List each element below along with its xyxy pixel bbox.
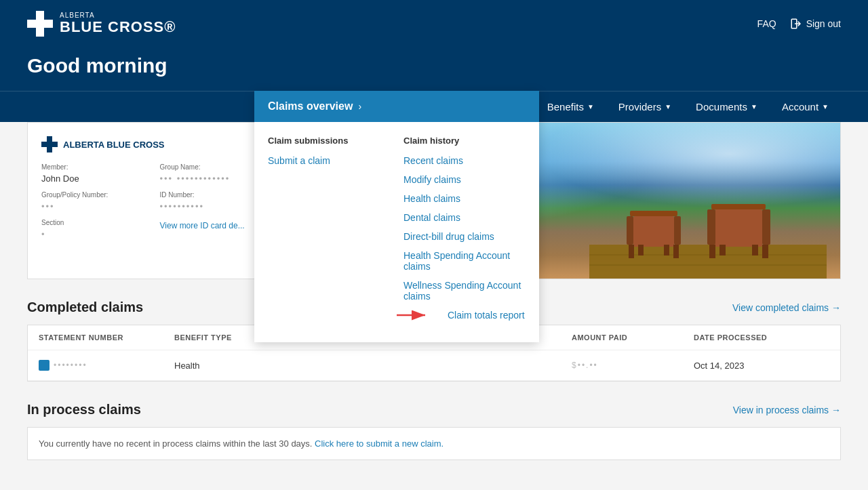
svg-rect-6 xyxy=(41,142,58,147)
svg-rect-1 xyxy=(27,20,53,28)
view-completed-claims-link[interactable]: View completed claims → xyxy=(732,302,841,313)
nav-item-providers[interactable]: Providers ▼ xyxy=(606,91,684,122)
nav-item-documents[interactable]: Documents ▼ xyxy=(684,91,770,122)
signout-button[interactable]: Sign out xyxy=(790,18,841,30)
svg-rect-23 xyxy=(762,245,768,258)
id-card-logo-text: ALBERTA BLUE CROSS xyxy=(63,140,165,150)
faq-link[interactable]: FAQ xyxy=(757,18,776,29)
recent-claims-link[interactable]: Recent claims xyxy=(403,155,526,166)
svg-rect-11 xyxy=(633,216,674,247)
nav-providers-chevron-icon: ▼ xyxy=(665,103,671,110)
logo-blue-cross: BLUE CROSS® xyxy=(60,19,176,35)
view-more-id-card-link[interactable]: View more ID card de... xyxy=(160,221,245,230)
claim-totals-report-link[interactable]: Claim totals report xyxy=(448,310,525,321)
dental-claims-link[interactable]: Dental claims xyxy=(403,212,526,223)
svg-rect-19 xyxy=(715,209,762,247)
in-process-claims-header: In process claims View in process claims… xyxy=(27,402,841,417)
svg-rect-14 xyxy=(629,245,634,258)
greeting-bar: Good morning xyxy=(0,47,868,91)
svg-rect-25 xyxy=(752,245,758,256)
no-in-process-claims-message: You currently have no recent in process … xyxy=(27,427,841,460)
health-claims-link[interactable]: Health claims xyxy=(403,193,526,204)
section-value: • xyxy=(41,229,46,239)
svg-rect-12 xyxy=(627,216,633,245)
claim-totals-arrow-row: Claim totals report xyxy=(403,310,526,321)
greeting-text: Good morning xyxy=(27,54,841,77)
statement-number-cell: •••••••• xyxy=(39,360,174,371)
dropdown-submissions-col: Claim submissions Submit a claim xyxy=(268,136,390,329)
group-name-value: ••• •••••••••••• xyxy=(160,173,231,184)
svg-rect-10 xyxy=(630,211,677,216)
logo-text: ALBERTA BLUE CROSS® xyxy=(60,12,176,35)
hsa-claims-link[interactable]: Health Spending Account claims xyxy=(403,250,526,272)
svg-rect-16 xyxy=(638,245,644,256)
statement-number-value: •••••••• xyxy=(54,361,87,370)
svg-rect-24 xyxy=(719,245,726,256)
logo-area: ALBERTA BLUE CROSS® xyxy=(27,11,176,37)
wsa-claims-link[interactable]: Wellness Spending Account claims xyxy=(403,280,526,302)
direct-bill-drug-claims-link[interactable]: Direct-bill drug claims xyxy=(403,231,526,242)
nav-benefits-label: Benefits xyxy=(547,101,584,113)
svg-rect-21 xyxy=(762,209,770,245)
svg-rect-22 xyxy=(709,245,715,258)
member-label: Member: xyxy=(41,163,153,171)
blue-cross-logo-icon xyxy=(27,11,53,37)
no-claims-text: You currently have no recent in process … xyxy=(39,438,312,449)
benefit-type-cell: Health xyxy=(174,361,310,371)
member-field: Member: John Doe xyxy=(41,163,153,184)
dropdown-body: Claim submissions Submit a claim Claim h… xyxy=(254,122,539,342)
nav-item-account[interactable]: Account ▼ xyxy=(770,91,841,122)
group-policy-field: Group/Policy Number: ••• xyxy=(41,191,153,212)
group-policy-value: ••• xyxy=(41,201,55,211)
nav-documents-label: Documents xyxy=(696,101,747,113)
section-field: Section • xyxy=(41,219,153,240)
id-card-logo-icon xyxy=(41,136,58,152)
nav-account-label: Account xyxy=(782,101,818,113)
claims-dropdown: Claims overview › Claim submissions Subm… xyxy=(254,91,539,342)
svg-rect-13 xyxy=(674,216,681,245)
view-in-process-link[interactable]: View in process claims → xyxy=(733,405,841,415)
svg-rect-17 xyxy=(664,245,669,256)
signout-icon xyxy=(790,18,802,30)
in-process-claims-section: In process claims View in process claims… xyxy=(27,402,841,460)
header: ALBERTA BLUE CROSS® FAQ Sign out xyxy=(0,0,868,47)
col-statement-number: STATEMENT NUMBER xyxy=(39,333,174,342)
chairs-decoration xyxy=(589,143,827,279)
dropdown-header[interactable]: Claims overview › xyxy=(254,91,539,122)
nav-item-benefits[interactable]: Benefits ▼ xyxy=(535,91,606,122)
id-card-fields: Member: John Doe Group Name: ••• •••••••… xyxy=(41,163,271,240)
nav-providers-label: Providers xyxy=(618,101,661,113)
table-row: •••••••• Health $••.•• Oct 14, 2023 xyxy=(28,350,840,381)
red-arrow-icon xyxy=(397,308,431,322)
submit-a-claim-link[interactable]: Submit a claim xyxy=(268,155,390,166)
amount-paid-cell: $••.•• xyxy=(572,361,694,370)
modify-claims-link[interactable]: Modify claims xyxy=(403,174,526,185)
dropdown-chevron-right-icon: › xyxy=(358,101,361,112)
id-number-value: •••••••••• xyxy=(160,201,205,211)
section-label: Section xyxy=(41,219,153,226)
svg-rect-20 xyxy=(707,209,715,245)
history-title: Claim history xyxy=(403,136,526,146)
id-card: ALBERTA BLUE CROSS Member: John Doe Grou… xyxy=(28,123,285,279)
id-card-header: ALBERTA BLUE CROSS xyxy=(41,136,271,152)
nav-benefits-chevron-icon: ▼ xyxy=(587,103,594,110)
date-processed-cell: Oct 14, 2023 xyxy=(694,361,829,371)
dropdown-header-text: Claims overview xyxy=(268,100,353,113)
col-amount-paid: AMOUNT PAID xyxy=(572,333,694,342)
svg-rect-15 xyxy=(673,245,679,258)
submit-new-claim-link[interactable]: Click here to submit a new claim. xyxy=(315,438,443,449)
nav-documents-chevron-icon: ▼ xyxy=(751,103,757,110)
svg-rect-7 xyxy=(589,245,827,279)
nav-account-chevron-icon: ▼ xyxy=(822,103,829,110)
submissions-title: Claim submissions xyxy=(268,136,390,146)
in-process-title: In process claims xyxy=(27,402,141,417)
header-right: FAQ Sign out xyxy=(757,18,841,30)
completed-claims-title: Completed claims xyxy=(27,300,143,315)
dropdown-history-col: Claim history Recent claims Modify claim… xyxy=(403,136,526,329)
member-value: John Doe xyxy=(41,173,79,184)
signout-label: Sign out xyxy=(806,18,841,29)
svg-rect-18 xyxy=(711,204,766,209)
col-date-processed: DATE PROCESSED xyxy=(694,333,829,342)
statement-icon xyxy=(39,360,50,371)
group-policy-label: Group/Policy Number: xyxy=(41,191,153,199)
